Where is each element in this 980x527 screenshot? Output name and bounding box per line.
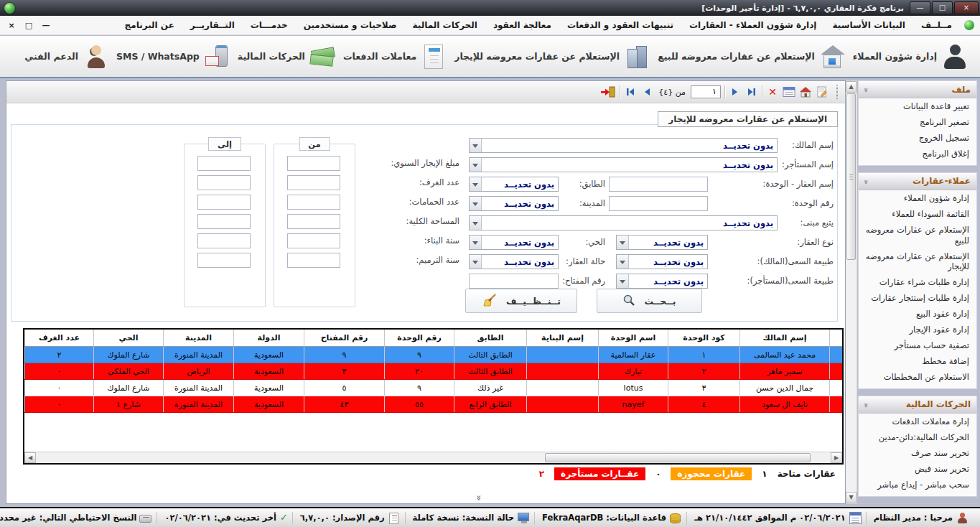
sidebar-item[interactable]: القائمة السوداء للعملاء [859,206,976,222]
sidebar-item[interactable]: تحرير سند قبض [859,461,976,477]
delete-icon[interactable]: ✕ [766,85,779,99]
sidebar-item[interactable]: إدارة طلبات إستئجار عقارات [859,290,976,306]
toolbar-item[interactable]: الدعم الفني [24,43,110,70]
sidebar-item[interactable]: إدارة عقود الإيجار [859,322,976,337]
from-rooms-input[interactable] [287,175,340,190]
next-record-button[interactable] [729,85,742,99]
from-renovation-year-input[interactable] [287,253,340,268]
sidebar-item[interactable]: تصفية حساب مستأجر [859,337,976,353]
exit-icon[interactable] [600,85,616,99]
menu-item[interactable]: التــقاريــر [182,20,243,30]
menu-item[interactable]: خدمـــات [243,20,296,30]
sidebar-item[interactable]: إغلاق البرنامج [859,146,976,162]
property-house-icon[interactable] [799,85,812,99]
column-header[interactable]: الحي [93,330,163,347]
from-bathrooms-input[interactable] [287,195,340,210]
price-nature-tenant-select[interactable]: بدون تحديــد [616,274,708,289]
row-selector-cell[interactable] [829,380,842,396]
column-header[interactable]: إسم المالك [739,330,829,347]
to-build-year-input[interactable] [197,233,251,248]
sidebar-item[interactable]: الاستعلام عن المخططات [859,369,976,385]
toolbar-item[interactable]: SMS / WhatsApp [116,43,231,70]
table-row[interactable]: جمال الدين حسن ٣ lotus غير ذلك ٩ ٥ السعو… [24,380,842,396]
close-button[interactable]: × [954,1,979,14]
property-unit-name-input[interactable] [609,177,708,192]
toolbar-grip[interactable] [835,85,839,99]
floor-select[interactable]: بدون تحديــد [469,177,559,192]
to-rooms-input[interactable] [197,175,251,190]
sidebar-item[interactable]: إضافة مخطط [859,353,976,369]
sidebar-item[interactable]: الإستعلام عن عقارات معروضه للإيجار [859,248,976,275]
sidebar-section-header[interactable]: الحركات المالية « [859,396,976,414]
table-row[interactable]: نايف ال سعود ٤ nayef الطابق الرابع ٥٥ ٤٣… [24,396,842,413]
chevron-down-icon[interactable] [470,158,482,172]
city-select[interactable]: بدون تحديــد [469,196,559,211]
chevron-down-icon[interactable] [617,255,629,269]
sidebar-item[interactable]: الإستعلام عن عقارات معروضه للبيع [859,222,976,248]
tenant-name-select[interactable]: بدون تحديــد [469,157,778,172]
row-selector-cell[interactable] [829,396,842,412]
edit-note-icon[interactable] [816,85,829,99]
sidebar-item[interactable]: إدارة شؤون العملاء [859,190,976,206]
collapse-panel-chevron-icon[interactable]: « [474,495,485,499]
menu-item[interactable]: معالجة العقود [485,20,559,30]
toolbar-item[interactable]: معاملات الدفعات [343,43,448,70]
scrollbar-thumb[interactable] [545,453,811,462]
sidebar-item[interactable]: إدارة معاملات الدفعات [859,414,976,429]
record-position-input[interactable]: ١ [691,85,721,98]
last-record-button[interactable] [745,85,758,99]
sidebar-item[interactable]: تحرير سند صرف [859,445,976,461]
search-button[interactable]: بــحــث [597,289,702,313]
column-header[interactable]: إسم البناية [526,330,598,347]
minimize-button[interactable]: — [910,1,930,14]
sidebar-item[interactable]: تصغير البرنامج [859,114,976,130]
sidebar-item[interactable]: تسجيل الخروج [859,130,976,146]
sidebar-item[interactable]: سحب مباشر - إيداع مباشر [859,477,976,493]
restore-button[interactable]: □ [932,1,953,14]
menu-item[interactable]: البيانات الأساسية [824,20,913,30]
chevron-down-icon[interactable] [470,197,482,210]
chevron-down-icon[interactable] [470,177,482,191]
from-build-year-input[interactable] [287,233,340,248]
mdi-restore-button[interactable]: □ [23,21,34,30]
menu-item[interactable]: تنبيهات العقود و الدفعات [559,20,681,30]
property-status-select[interactable]: بدون تحديــد [469,254,559,269]
sidebar-item[interactable]: الحركات المالية:دائن-مدين [859,429,976,445]
sidebar-item[interactable]: إدارة طلبات شراء عقارات [859,274,976,290]
first-record-button[interactable] [624,85,637,99]
key-number-input[interactable] [469,274,559,289]
row-selector-cell[interactable] [829,363,842,379]
mdi-close-button[interactable]: × [6,21,17,30]
unit-number-input[interactable] [609,196,708,211]
toolbar-item[interactable]: الحركات المالية [238,43,337,70]
owner-name-select[interactable]: بدون تحديــد [469,138,778,153]
column-header[interactable]: رقم الوحدة [384,330,454,347]
scroll-up-arrow[interactable]: ▲ [846,81,857,93]
toolbar-item[interactable]: الإستعلام عن عقارات معروضه للبيع [658,43,846,70]
sidebar-section-header[interactable]: ملف « [859,81,976,98]
menu-item[interactable]: عن البرنامج [117,20,182,30]
to-total-area-input[interactable] [197,214,251,229]
to-annual-rent-input[interactable] [197,156,251,171]
mdi-minimize-button[interactable]: — [40,21,52,30]
to-renovation-year-input[interactable] [197,253,251,268]
property-type-select[interactable]: بدون تحديــد [616,235,708,250]
column-header[interactable]: الدولة [233,330,304,347]
parent-building-select[interactable]: بدون تحديــد [469,215,778,230]
previous-record-button[interactable] [640,85,653,99]
menu-item[interactable]: مــلــف [913,20,960,30]
table-horizontal-scrollbar[interactable]: ◀ ▶ [24,452,842,463]
scroll-down-arrow[interactable]: ▼ [846,492,857,503]
toolbar-item[interactable]: الإستعلام عن عقارات معروضه للإيجار [454,43,651,70]
menu-item[interactable]: إدارة شؤون العملاء - العقارات [681,20,824,30]
calendar-icon[interactable] [783,85,795,99]
column-header[interactable]: اسم الوحدة [598,330,668,347]
column-header[interactable]: عدد الغرف [24,330,93,347]
from-total-area-input[interactable] [287,214,340,229]
chevron-down-icon[interactable] [470,255,482,269]
clean-button[interactable]: تــنــظــيــف [465,289,577,313]
chevron-down-icon[interactable] [470,139,482,152]
to-bathrooms-input[interactable] [197,195,251,210]
sidebar-section-header[interactable]: عملاء-عقارات « [859,173,976,190]
sidebar-section-partial[interactable] [858,503,977,504]
